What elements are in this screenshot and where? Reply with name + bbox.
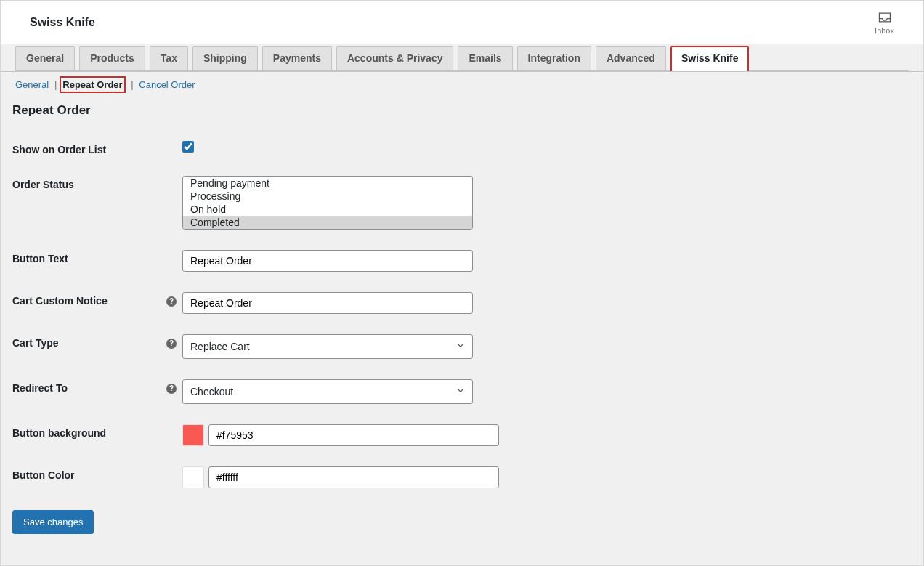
subnav-cancel-order[interactable]: Cancel Order xyxy=(139,79,195,90)
order-status-option[interactable]: Processing xyxy=(183,190,472,203)
tab-shipping[interactable]: Shipping xyxy=(192,46,258,71)
help-icon[interactable]: ? xyxy=(166,339,177,349)
label-redirect-to: Redirect To xyxy=(12,369,166,414)
select-redirect-to[interactable]: Checkout xyxy=(182,379,473,404)
tab-integration[interactable]: Integration xyxy=(517,46,591,71)
subnav: General |Repeat Order | Cancel Order xyxy=(1,72,923,93)
tab-payments[interactable]: Payments xyxy=(262,46,332,71)
checkbox-show-on-order-list[interactable] xyxy=(182,141,194,153)
row-button-text: Button Text xyxy=(12,240,909,282)
swatch-button-color[interactable] xyxy=(182,466,204,488)
row-show-on-order-list: Show on Order List xyxy=(12,131,909,166)
subnav-repeat-order[interactable]: Repeat Order xyxy=(60,76,125,93)
row-redirect-to: Redirect To ? Checkout xyxy=(12,369,909,414)
select-cart-type-value: Replace Cart xyxy=(190,341,250,352)
tab-tax[interactable]: Tax xyxy=(150,46,188,71)
tab-advanced[interactable]: Advanced xyxy=(596,46,666,71)
label-button-background: Button background xyxy=(12,414,166,456)
tab-swiss-knife[interactable]: Swiss Knife xyxy=(670,46,750,71)
input-button-background[interactable] xyxy=(208,424,499,446)
label-button-text: Button Text xyxy=(12,240,166,282)
tab-emails[interactable]: Emails xyxy=(458,46,512,71)
settings-tabs: General Products Tax Shipping Payments A… xyxy=(1,44,923,72)
input-button-text[interactable] xyxy=(182,250,473,272)
tab-accounts-privacy[interactable]: Accounts & Privacy xyxy=(336,46,454,71)
label-cart-notice: Cart Custom Notice xyxy=(12,282,166,324)
input-cart-notice[interactable] xyxy=(182,292,473,314)
inbox-icon xyxy=(878,10,892,25)
order-status-option[interactable]: On hold xyxy=(183,203,472,216)
tab-products[interactable]: Products xyxy=(79,46,145,71)
select-cart-type[interactable]: Replace Cart xyxy=(182,334,473,359)
order-status-select[interactable]: Pending payment Processing On hold Compl… xyxy=(182,176,473,230)
label-order-status: Order Status xyxy=(12,166,166,240)
select-redirect-to-value: Checkout xyxy=(190,386,233,397)
order-status-option[interactable]: Pending payment xyxy=(183,177,472,190)
subnav-separator: | xyxy=(52,79,60,90)
subnav-separator: | xyxy=(128,79,136,90)
row-order-status: Order Status Pending payment Processing … xyxy=(12,166,909,240)
help-icon[interactable]: ? xyxy=(166,384,177,394)
save-button[interactable]: Save changes xyxy=(12,510,94,534)
input-button-color[interactable] xyxy=(208,466,499,488)
inbox-label: Inbox xyxy=(875,26,894,35)
label-show-on-order-list: Show on Order List xyxy=(12,131,166,166)
label-cart-type: Cart Type xyxy=(12,324,166,369)
swatch-button-background[interactable] xyxy=(182,424,204,446)
section-heading: Repeat Order xyxy=(12,97,909,131)
page-header: Swiss Knife Inbox xyxy=(1,1,923,44)
order-status-option[interactable]: Completed xyxy=(183,216,472,229)
row-button-background: Button background xyxy=(12,414,909,456)
row-cart-type: Cart Type ? Replace Cart xyxy=(12,324,909,369)
row-button-color: Button Color xyxy=(12,456,909,498)
row-cart-notice: Cart Custom Notice ? xyxy=(12,282,909,324)
label-button-color: Button Color xyxy=(12,456,166,498)
subnav-general[interactable]: General xyxy=(15,79,49,90)
tab-general[interactable]: General xyxy=(15,46,75,71)
page-title: Swiss Knife xyxy=(30,16,875,29)
inbox-button[interactable]: Inbox xyxy=(875,10,894,35)
help-icon[interactable]: ? xyxy=(166,296,177,307)
